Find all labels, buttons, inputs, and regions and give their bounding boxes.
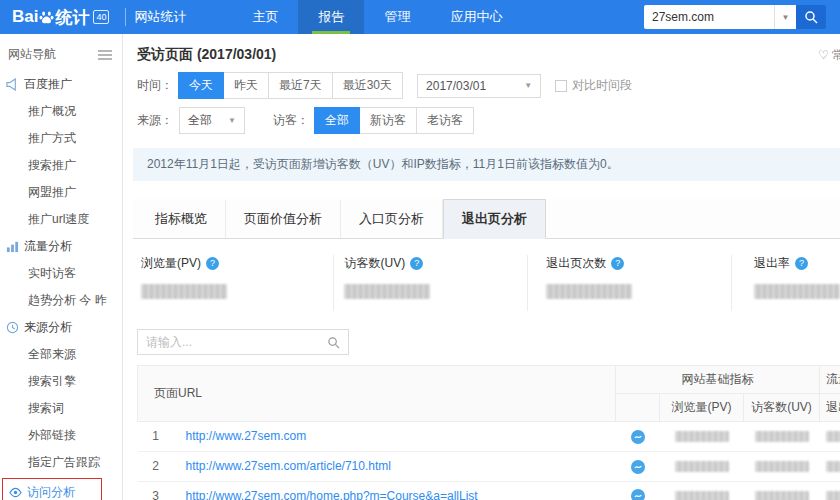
visitor-option-all[interactable]: 全部 xyxy=(314,107,360,134)
product-name: 网站统计 xyxy=(134,0,186,34)
logo-text-prefix: Bai xyxy=(12,7,38,27)
collapse-menu-icon[interactable] xyxy=(98,49,112,61)
megaphone-icon xyxy=(6,78,19,91)
blurred-value xyxy=(754,284,840,299)
site-search-button[interactable] xyxy=(796,5,826,29)
column-header-url[interactable]: 页面URL xyxy=(138,366,616,422)
page-title: 受访页面 (2017/03/01) xyxy=(137,46,276,64)
column-header-pv[interactable]: 浏览量(PV) xyxy=(660,394,744,422)
column-group-flow: 流量 xyxy=(820,366,840,394)
chevron-down-icon: ▼ xyxy=(228,116,236,125)
tab-metric-overview[interactable]: 指标概览 xyxy=(137,200,226,238)
blurred-value xyxy=(826,491,840,500)
favorite-report-link[interactable]: ♡ 常 xyxy=(818,47,840,64)
sidebar-title: 网站导航 xyxy=(8,46,56,63)
sidebar-item[interactable]: 搜索词 xyxy=(0,395,122,422)
time-label: 时间： xyxy=(137,77,173,94)
sidebar-nav: 网站导航 百度推广 推广概况 推广方式 搜索推广 网盟推广 推广url速度 xyxy=(0,34,123,500)
sidebar-section-label[interactable]: 百度推广 xyxy=(0,71,122,98)
tab-page-value[interactable]: 页面价值分析 xyxy=(226,200,341,238)
time-option-yesterday[interactable]: 昨天 xyxy=(223,72,269,99)
sidebar-item[interactable]: 趋势分析 今 昨 xyxy=(0,287,122,314)
sidebar-section-source: 来源分析 全部来源 搜索引擎 搜索词 外部链接 指定广告跟踪 xyxy=(0,314,122,476)
sidebar-item[interactable]: 外部链接 xyxy=(0,422,122,449)
help-icon[interactable]: ? xyxy=(206,257,219,270)
blurred-value xyxy=(755,491,809,500)
blurred-value xyxy=(675,461,729,472)
chevron-down-icon: ▼ xyxy=(524,81,532,90)
nav-item-report[interactable]: 报告 xyxy=(298,0,364,34)
metric-summary: 浏览量(PV) ? 访客数(UV) ? 退出页次数 ? 退出率 ? xyxy=(133,239,840,323)
sidebar-item[interactable]: 推广方式 xyxy=(0,125,122,152)
metric-pv: 浏览量(PV) ? xyxy=(141,255,334,311)
column-header-uv[interactable]: 访客数(UV) xyxy=(744,394,820,422)
date-picker[interactable]: 2017/03/01 ▼ xyxy=(417,74,541,98)
metric-exit-rate: 退出率 ? xyxy=(732,255,840,311)
blurred-value xyxy=(546,284,632,299)
sidebar-item[interactable]: 全部来源 xyxy=(0,341,122,368)
sidebar-section-label[interactable]: 流量分析 xyxy=(0,233,122,260)
time-option-today[interactable]: 今天 xyxy=(178,72,224,99)
help-icon[interactable]: ? xyxy=(611,257,624,270)
metric-exit-count: 退出页次数 ? xyxy=(528,255,732,311)
sidebar-item[interactable]: 网盟推广 xyxy=(0,179,122,206)
time-filter-row: 时间： 今天 昨天 最近7天 最近30天 2017/03/01 ▼ 对比时间段 xyxy=(133,68,840,103)
time-option-30days[interactable]: 最近30天 xyxy=(332,72,403,99)
nav-item-manage[interactable]: 管理 xyxy=(364,0,430,34)
sidebar-section-baidu-promo: 百度推广 推广概况 推广方式 搜索推广 网盟推广 推广url速度 xyxy=(0,71,122,233)
tab-entry-page[interactable]: 入口页分析 xyxy=(341,200,443,238)
annotation-highlight-box: 访问分析 受访页面 xyxy=(2,478,102,500)
preview-link-icon[interactable] xyxy=(631,460,645,474)
nav-item-home[interactable]: 主页 xyxy=(232,0,298,34)
blurred-value xyxy=(141,284,227,299)
row-index: 1 xyxy=(138,422,174,452)
sidebar-item[interactable]: 指定广告跟踪 xyxy=(0,449,122,476)
sidebar-item[interactable]: 搜索推广 xyxy=(0,152,122,179)
table-row: 2 http://www.27sem.com/article/710.html xyxy=(138,451,840,481)
chevron-down-icon: ▼ xyxy=(782,13,790,22)
sidebar-section-label[interactable]: 访问分析 xyxy=(3,479,101,500)
blurred-value xyxy=(344,284,430,299)
sidebar-section-visit: 访问分析 受访页面 入口页面 受访域名 xyxy=(0,478,122,500)
sidebar-item[interactable]: 实时访客 xyxy=(0,260,122,287)
compare-period-checkbox[interactable]: 对比时间段 xyxy=(555,77,632,94)
source-dropdown[interactable]: 全部 ▼ xyxy=(179,107,245,134)
sidebar-item[interactable]: 搜索引擎 xyxy=(0,368,122,395)
site-selector-dropdown[interactable]: ▼ xyxy=(774,5,796,29)
column-header-exit[interactable]: 退出页次数 xyxy=(820,394,840,422)
preview-link-icon[interactable] xyxy=(631,430,645,444)
visitor-label: 访客： xyxy=(273,112,309,129)
report-tabs: 指标概览 页面价值分析 入口页分析 退出页分析 xyxy=(133,199,840,239)
url-search-input[interactable]: 请输入... xyxy=(137,329,349,355)
page-url-link[interactable]: http://www.27sem.com xyxy=(174,422,616,452)
tab-exit-page[interactable]: 退出页分析 xyxy=(443,199,546,239)
column-spacer xyxy=(616,394,660,422)
visitor-option-returning[interactable]: 老访客 xyxy=(416,107,474,134)
site-selector-value[interactable]: 27sem.com xyxy=(644,5,774,29)
blurred-value xyxy=(755,431,809,442)
checkbox-icon xyxy=(555,80,567,92)
search-icon xyxy=(804,10,818,24)
source-label: 来源： xyxy=(137,112,173,129)
row-index: 2 xyxy=(138,451,174,481)
search-icon[interactable] xyxy=(327,336,340,349)
bar-chart-icon xyxy=(6,240,19,253)
page-url-link[interactable]: http://www.27sem.com/home.php?m=Course&a… xyxy=(174,481,616,500)
nav-item-appcenter[interactable]: 应用中心 xyxy=(430,0,522,34)
sidebar-item[interactable]: 推广概况 xyxy=(0,98,122,125)
main-content: 受访页面 (2017/03/01) ♡ 常 时间： 今天 昨天 最近7天 最近3… xyxy=(123,34,840,500)
metric-uv: 访客数(UV) ? xyxy=(334,255,528,311)
column-group-basic-metrics: 网站基础指标 xyxy=(616,366,820,394)
time-option-7days[interactable]: 最近7天 xyxy=(268,72,333,99)
sidebar-section-label[interactable]: 来源分析 xyxy=(0,314,122,341)
main-nav: 主页 报告 管理 应用中心 xyxy=(232,0,522,34)
sidebar-item[interactable]: 推广url速度 xyxy=(0,206,122,233)
pages-table: 页面URL 网站基础指标 流量 浏览量(PV) 访客数(UV) 退出页次数 1 … xyxy=(137,365,840,500)
brand-divider xyxy=(125,8,126,26)
page-url-link[interactable]: http://www.27sem.com/article/710.html xyxy=(174,451,616,481)
baidu-tongji-logo[interactable]: Bai 统计 40 xyxy=(0,0,117,34)
help-icon[interactable]: ? xyxy=(410,257,423,270)
help-icon[interactable]: ? xyxy=(795,257,808,270)
visitor-option-new[interactable]: 新访客 xyxy=(359,107,417,134)
preview-link-icon[interactable] xyxy=(631,489,645,500)
